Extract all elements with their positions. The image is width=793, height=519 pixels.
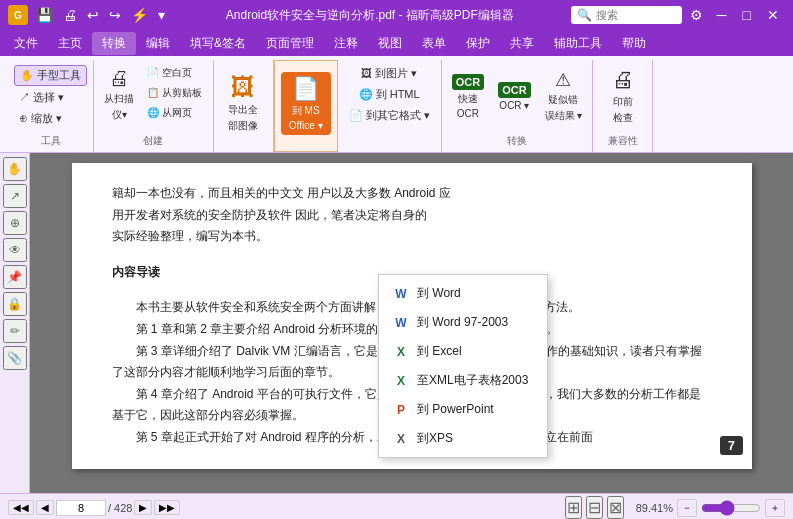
undo-btn[interactable]: ↩ xyxy=(83,5,103,25)
ocr-errors-btn[interactable]: ⚠ 疑似错 误结果 ▾ xyxy=(541,66,587,126)
menu-protect[interactable]: 保护 xyxy=(456,32,500,55)
menu-view[interactable]: 视图 xyxy=(368,32,412,55)
to-excel-label: 到 Excel xyxy=(417,343,462,360)
menu-help[interactable]: 帮助 xyxy=(612,32,656,55)
next-page-btn[interactable]: ▶ xyxy=(134,500,152,515)
blank-page-btn[interactable]: 📄 空白页 xyxy=(142,64,207,82)
ocr-dropdown-btn[interactable]: OCR OCR ▾ xyxy=(494,79,534,114)
view-continuous-btn[interactable]: ⊟ xyxy=(586,496,603,519)
menu-forms[interactable]: 表单 xyxy=(412,32,456,55)
scan-btn[interactable]: 🖨 从扫描 仪▾ xyxy=(100,64,138,125)
word-icon: W xyxy=(393,286,409,302)
to-word97-label: 到 Word 97-2003 xyxy=(417,314,508,331)
menu-accessibility[interactable]: 辅助工具 xyxy=(544,32,612,55)
arrow-tool-sidebar[interactable]: ↗ xyxy=(3,184,27,208)
dropdown-btn[interactable]: ▾ xyxy=(154,5,169,25)
search-icon: 🔍 xyxy=(577,8,592,22)
to-word97-item[interactable]: W 到 Word 97-2003 xyxy=(379,308,547,337)
search-input[interactable] xyxy=(596,9,676,21)
menu-convert[interactable]: 转换 xyxy=(92,32,136,55)
page-num-badge: 7 xyxy=(720,436,743,455)
doc-paragraph-3: 实际经验整理，编写为本书。 xyxy=(112,226,712,248)
quick-ocr-btn[interactable]: OCR 快速 OCR xyxy=(448,71,488,122)
xps-icon: X xyxy=(393,431,409,447)
minimize-btn[interactable]: ─ xyxy=(711,5,733,25)
ribbon-group-tools: ✋ 手型工具 ↗ 选择 ▾ ⊕ 缩放 ▾ 工具 xyxy=(8,60,94,152)
prev-page-btn[interactable]: ◀ xyxy=(36,500,54,515)
to-other-btn[interactable]: 📄 到其它格式 ▾ xyxy=(344,106,435,125)
settings-icon[interactable]: ⚙ xyxy=(686,5,707,25)
create-label: 创建 xyxy=(143,132,163,148)
link-sidebar[interactable]: 📎 xyxy=(3,346,27,370)
dropdown-overlay: W 到 Word W 到 Word 97-2003 X 到 Excel X 至X… xyxy=(378,274,548,458)
from-clipboard-btn[interactable]: 📋 从剪贴板 xyxy=(142,84,207,102)
ribbon-group-export-img: 🖼 导出全 部图像 xyxy=(214,60,274,152)
tools-content: ✋ 手型工具 ↗ 选择 ▾ ⊕ 缩放 ▾ xyxy=(14,60,87,132)
menu-comments[interactable]: 注释 xyxy=(324,32,368,55)
to-word-label: 到 Word xyxy=(417,285,461,302)
pen-sidebar[interactable]: ✏ xyxy=(3,319,27,343)
ribbon-group-create: 🖨 从扫描 仪▾ 📄 空白页 📋 从剪贴板 🌐 从网页 创建 xyxy=(94,60,214,152)
ms-office-content: 📄 到 MS Office ▾ xyxy=(281,61,331,145)
search-bar[interactable]: 🔍 xyxy=(571,6,682,24)
preflight-label: 兼容性 xyxy=(608,132,638,148)
eye-sidebar[interactable]: 👁 xyxy=(3,238,27,262)
last-page-btn[interactable]: ▶▶ xyxy=(154,500,180,515)
menu-file[interactable]: 文件 xyxy=(4,32,48,55)
zoom-slider[interactable] xyxy=(701,500,761,516)
to-xml-item[interactable]: X 至XML电子表格2003 xyxy=(379,366,547,395)
menu-edit[interactable]: 编辑 xyxy=(136,32,180,55)
title-bar-left: G 💾 🖨 ↩ ↪ ⚡ ▾ xyxy=(8,5,169,25)
ribbon-group-ocr: OCR 快速 OCR OCR OCR ▾ ⚠ 疑似错 误结果 ▾ 转换 xyxy=(442,60,594,152)
menu-pages[interactable]: 页面管理 xyxy=(256,32,324,55)
quick-access-toolbar: 💾 🖨 ↩ ↪ ⚡ ▾ xyxy=(32,5,169,25)
page-separator: / 428 xyxy=(108,502,132,514)
current-page-input[interactable] xyxy=(56,500,106,516)
select-tool-btn[interactable]: ↗ 选择 ▾ xyxy=(14,88,87,107)
to-powerpoint-item[interactable]: P 到 PowerPoint xyxy=(379,395,547,424)
left-sidebar: ✋ ↗ ⊕ 👁 📌 🔒 ✏ 📎 xyxy=(0,153,30,493)
to-image-btn[interactable]: 🖼 到图片 ▾ xyxy=(356,64,422,83)
redo-btn[interactable]: ↪ xyxy=(105,5,125,25)
hand-tool-sidebar[interactable]: ✋ xyxy=(3,157,27,181)
ribbon-group-other-formats: 🖼 到图片 ▾ 🌐 到 HTML 📄 到其它格式 ▾ xyxy=(338,60,442,152)
lock-sidebar[interactable]: 🔒 xyxy=(3,292,27,316)
ppt-icon: P xyxy=(393,402,409,418)
menu-share[interactable]: 共享 xyxy=(500,32,544,55)
preflight-btn[interactable]: 🖨 印前 检查 xyxy=(608,64,638,128)
restore-btn[interactable]: □ xyxy=(737,5,757,25)
ribbon-group-preflight: 🖨 印前 检查 兼容性 xyxy=(593,60,653,152)
zoom-sidebar[interactable]: ⊕ xyxy=(3,211,27,235)
export-all-images-btn[interactable]: 🖼 导出全 部图像 xyxy=(223,70,263,136)
to-xps-label: 到XPS xyxy=(417,430,453,447)
zoom-out-btn[interactable]: － xyxy=(677,499,697,517)
close-btn[interactable]: ✕ xyxy=(761,5,785,25)
word97-icon: W xyxy=(393,315,409,331)
hand-tool-btn[interactable]: ✋ 手型工具 xyxy=(14,65,87,86)
view-icons: ⊞ ⊟ ⊠ 89.41% － ＋ xyxy=(565,496,785,519)
to-xps-item[interactable]: X 到XPS xyxy=(379,424,547,453)
tools-label: 工具 xyxy=(41,132,61,148)
zoom-tool-btn[interactable]: ⊕ 缩放 ▾ xyxy=(14,109,87,128)
menu-home[interactable]: 主页 xyxy=(48,32,92,55)
xml-icon: X xyxy=(393,373,409,389)
first-page-btn[interactable]: ◀◀ xyxy=(8,500,34,515)
ocr-content: OCR 快速 OCR OCR OCR ▾ ⚠ 疑似错 误结果 ▾ xyxy=(448,60,587,132)
zoom-in-btn[interactable]: ＋ xyxy=(765,499,785,517)
page-navigation: ◀◀ ◀ / 428 ▶ ▶▶ xyxy=(8,500,180,516)
view-two-page-btn[interactable]: ⊠ xyxy=(607,496,624,519)
export-img-content: 🖼 导出全 部图像 xyxy=(223,60,263,146)
bookmark-sidebar[interactable]: 📌 xyxy=(3,265,27,289)
from-web-btn[interactable]: 🌐 从网页 xyxy=(142,104,207,122)
menu-fill-sign[interactable]: 填写&签名 xyxy=(180,32,256,55)
print-btn[interactable]: 🖨 xyxy=(59,5,81,25)
view-single-btn[interactable]: ⊞ xyxy=(565,496,582,519)
to-html-btn[interactable]: 🌐 到 HTML xyxy=(354,85,425,104)
quick-btn[interactable]: ⚡ xyxy=(127,5,152,25)
to-excel-item[interactable]: X 到 Excel xyxy=(379,337,547,366)
to-word-item[interactable]: W 到 Word xyxy=(379,279,547,308)
app-icon: G xyxy=(8,5,28,25)
to-ms-office-btn[interactable]: 📄 到 MS Office ▾ xyxy=(281,72,331,135)
ribbon-groups: ✋ 手型工具 ↗ 选择 ▾ ⊕ 缩放 ▾ 工具 🖨 从扫描 仪▾ 📄 空白页 xyxy=(8,60,785,152)
save-btn[interactable]: 💾 xyxy=(32,5,57,25)
